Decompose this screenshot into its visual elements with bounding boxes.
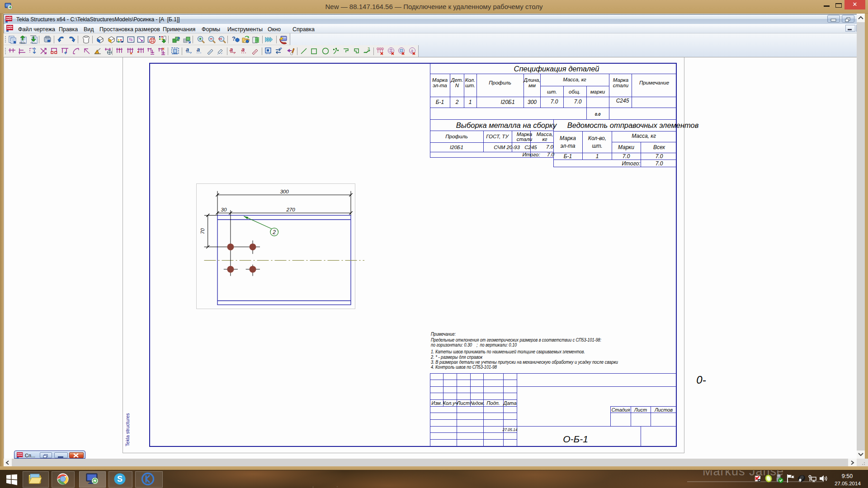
svg-text:0.0: 0.0 <box>595 112 601 117</box>
svg-text:Всех: Всех <box>653 144 665 150</box>
svg-text:Дет.: Дет. <box>450 77 463 83</box>
svg-text:Длина,: Длина, <box>523 77 541 83</box>
svg-text:1: 1 <box>469 99 472 105</box>
svg-text:О-Б-1: О-Б-1 <box>563 434 588 444</box>
svg-text:I20Б1: I20Б1 <box>450 145 463 150</box>
svg-text:Примечание:: Примечание: <box>431 332 456 337</box>
svg-text:Масса, кг: Масса, кг <box>563 77 586 82</box>
svg-text:7.0: 7.0 <box>574 99 582 105</box>
svg-text:Подп.: Подп. <box>486 400 500 406</box>
svg-text:300: 300 <box>280 189 289 194</box>
svg-text:эл-та: эл-та <box>433 83 447 88</box>
svg-text:шт.: шт. <box>465 83 475 88</box>
svg-text:Б-1: Б-1 <box>436 99 444 105</box>
svg-text:27.05.14: 27.05.14 <box>502 427 517 432</box>
svg-text:Листов: Листов <box>654 407 673 413</box>
svg-text:Марка: Марка <box>432 77 448 83</box>
svg-text:Масса, кг: Масса, кг <box>632 133 656 139</box>
svg-text:2. * - размеры для справок: 2. * - размеры для справок <box>430 355 483 360</box>
svg-text:стали: стали <box>517 136 533 142</box>
svg-text:стали: стали <box>613 83 629 88</box>
svg-text:мм: мм <box>528 83 536 88</box>
svg-text:Ведомость отправочных элементо: Ведомость отправочных элементов <box>567 121 699 129</box>
svg-text:7.0: 7.0 <box>656 160 663 167</box>
svg-text:7.0: 7.0 <box>656 153 663 160</box>
svg-text:Итого:: Итого: <box>622 160 641 167</box>
svg-text:Б-1: Б-1 <box>564 153 572 160</box>
svg-text:Примечание: Примечание <box>639 80 669 85</box>
svg-text:Марки: Марки <box>618 144 634 150</box>
svg-text:70: 70 <box>200 228 205 234</box>
svg-text:Выборка металла на сборку: Выборка металла на сборку <box>456 121 557 129</box>
svg-text:марки: марки <box>590 89 605 94</box>
svg-text:СЧМ 20-93: СЧМ 20-93 <box>494 145 520 150</box>
svg-text:Кол.уч: Кол.уч <box>443 400 458 406</box>
svg-text:эл-та: эл-та <box>561 143 576 149</box>
svg-text:Профиль: Профиль <box>445 134 468 139</box>
svg-text:3. В размерах детали не учтены: 3. В размерах детали не учтены припуски … <box>431 360 618 365</box>
svg-text:Лист: Лист <box>634 407 647 413</box>
svg-text:Профиль: Профиль <box>489 80 511 85</box>
svg-text:шт.: шт. <box>592 143 602 149</box>
svg-text:7.0: 7.0 <box>551 99 558 105</box>
svg-text:7.0: 7.0 <box>547 152 555 157</box>
svg-text:2: 2 <box>455 99 459 105</box>
svg-text:Дата: Дата <box>502 400 516 406</box>
svg-text:№док.: №док. <box>470 400 485 406</box>
svg-text:N: N <box>455 83 459 88</box>
svg-text:Tekla structures: Tekla structures <box>125 413 130 446</box>
svg-text:270: 270 <box>286 207 295 212</box>
svg-text:30: 30 <box>221 207 227 212</box>
svg-text:7.0: 7.0 <box>623 153 630 160</box>
svg-text:7.0: 7.0 <box>546 144 554 150</box>
svg-text:кг: кг <box>542 136 547 142</box>
svg-text:С245: С245 <box>524 145 537 150</box>
svg-text:Изм.: Изм. <box>431 400 442 406</box>
svg-text:2: 2 <box>272 229 276 235</box>
svg-text:Марка: Марка <box>613 77 628 83</box>
svg-text:общ.: общ. <box>569 89 580 94</box>
svg-text:1. Катеты швов принимать по на: 1. Катеты швов принимать по наименьшей т… <box>431 349 585 354</box>
svg-text:шт.: шт. <box>547 89 557 94</box>
svg-text:Лист: Лист <box>457 400 470 406</box>
svg-text:0-: 0- <box>696 374 706 386</box>
svg-text:Итого:: Итого: <box>522 152 540 157</box>
svg-text:Кол.: Кол. <box>465 77 476 83</box>
svg-text:С245: С245 <box>616 98 629 104</box>
svg-text:по горизонтали: 0.30 ; по: по горизонтали: 0.30 ; по вертикали: 0.1… <box>431 343 517 347</box>
svg-text:300: 300 <box>528 99 537 105</box>
svg-text:Спецификация деталей: Спецификация деталей <box>514 65 599 73</box>
svg-text:Марка: Марка <box>560 135 576 141</box>
svg-text:Предельные отклонения от геоме: Предельные отклонения от геометрических … <box>431 338 601 343</box>
svg-text:4. Контроль швов по СП53-101-: 4. Контроль швов по СП53-101-98 <box>431 365 497 370</box>
svg-text:Кол-во,: Кол-во, <box>588 135 606 141</box>
svg-text:I20Б1: I20Б1 <box>500 99 514 105</box>
svg-text:1: 1 <box>596 153 599 160</box>
svg-text:Стадия: Стадия <box>611 407 630 413</box>
svg-text:ГОСТ, ТУ: ГОСТ, ТУ <box>486 134 509 139</box>
